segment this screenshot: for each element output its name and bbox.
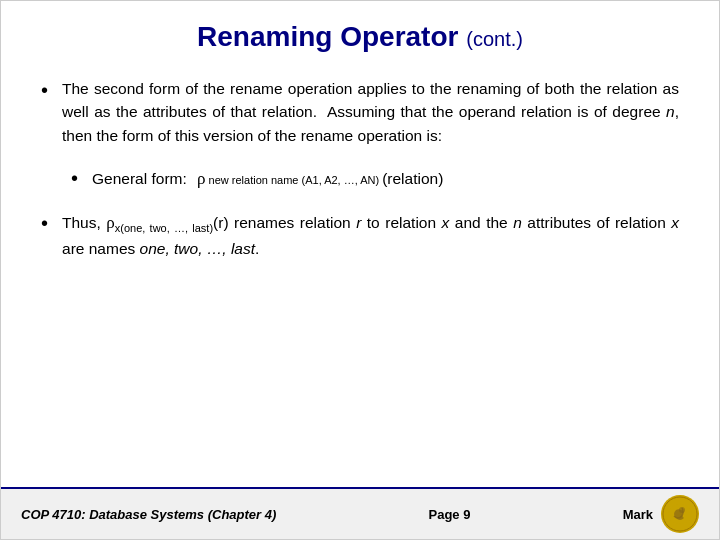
rho-subscript-3: x(one, two, …, last) (115, 222, 213, 234)
bullet-3: • Thus, ρx(one, two, …, last)(r) renames… (41, 210, 679, 260)
rho-symbol-2: ρ (197, 165, 205, 192)
ucf-logo-icon (661, 495, 699, 533)
footer-course-info: COP 4710: Database Systems (Chapter 4) (21, 507, 276, 522)
footer-author: Mark (623, 507, 653, 522)
bullet-text-3: Thus, ρx(one, two, …, last)(r) renames r… (62, 210, 679, 260)
footer: COP 4710: Database Systems (Chapter 4) P… (1, 487, 719, 539)
footer-right-section: Mark (623, 495, 699, 533)
slide-container: Renaming Operator (cont.) • The second f… (0, 0, 720, 540)
bullet-marker-1: • (41, 79, 48, 102)
bullet-marker-3: • (41, 212, 48, 235)
slide-title: Renaming Operator (cont.) (41, 21, 679, 53)
rho-suffix-2: (relation) (382, 167, 443, 192)
bullet-2: • General form: ρnew relation name (A1, … (41, 165, 679, 192)
footer-left: COP 4710: Database Systems (Chapter 4) (21, 507, 276, 522)
footer-center: Page 9 (429, 507, 471, 522)
bullet-1: • The second form of the rename operatio… (41, 77, 679, 147)
bullet-marker-2: • (71, 167, 78, 190)
rho-subscript-2: new relation name (A1, A2, …, AN) (209, 172, 380, 190)
title-main: Renaming Operator (197, 21, 458, 52)
bullet-text-2: General form: ρnew relation name (A1, A2… (92, 165, 443, 192)
ucf-logo-svg (662, 496, 698, 532)
slide-content: Renaming Operator (cont.) • The second f… (1, 1, 719, 487)
footer-page-number: Page 9 (429, 507, 471, 522)
bullet-text-1: The second form of the rename operation … (62, 77, 679, 147)
footer-author-name: Mark (623, 507, 653, 522)
general-form-label: General form: (92, 167, 187, 192)
rho-symbol-3: ρ (106, 213, 114, 232)
title-cont: (cont.) (466, 28, 523, 50)
